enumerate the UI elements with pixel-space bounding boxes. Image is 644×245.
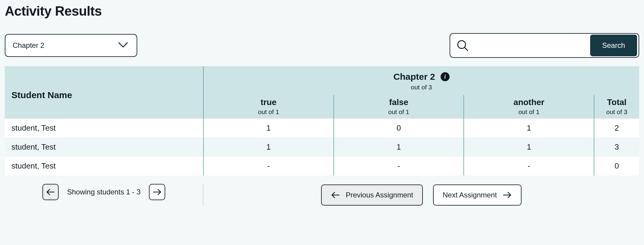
score-cell: 1 [464,119,594,138]
search-icon [456,39,469,52]
score-cell: - [334,157,464,175]
arrow-right-icon [502,191,512,199]
info-icon[interactable]: i [441,72,450,81]
results-table: Student Name Chapter 2 i out of 3 true o… [5,66,639,175]
score-cell: 1 [203,119,334,138]
results-table-card: Student Name Chapter 2 i out of 3 true o… [5,66,639,175]
search-input[interactable] [473,35,586,56]
score-cell: - [464,157,594,175]
next-assignment-label: Next Assignment [443,191,497,199]
svg-line-1 [465,48,468,51]
chapter-outof: out of 3 [204,84,639,95]
score-cell: 1 [464,138,594,157]
student-name-cell: student, Test [5,138,203,157]
footer-controls: Showing students 1 - 3 Previous Assignme… [5,175,639,206]
top-controls: Chapter 2 Search [5,33,639,58]
chapter-select[interactable]: Chapter 2 [5,34,137,57]
col-header-another: another out of 1 [464,95,594,119]
table-row: student, Test 1 0 1 2 [5,119,639,138]
student-pagination: Showing students 1 - 3 [5,184,203,206]
total-cell: 2 [594,119,639,138]
previous-assignment-button[interactable]: Previous Assignment [321,185,423,206]
prev-students-button[interactable] [42,184,59,200]
score-cell: 1 [203,138,334,157]
next-assignment-button[interactable]: Next Assignment [433,185,522,206]
student-name-cell: student, Test [5,157,203,175]
table-row: student, Test 1 1 1 3 [5,138,639,157]
pagination-text: Showing students 1 - 3 [67,188,141,196]
col-header-total: Total out of 3 [594,95,639,119]
chevron-down-icon [118,42,128,49]
score-cell: - [203,157,334,175]
next-students-button[interactable] [149,184,165,200]
score-cell: 1 [334,138,464,157]
previous-assignment-label: Previous Assignment [346,191,413,199]
table-row: student, Test - - - 0 [5,157,639,175]
col-header-student-name: Student Name [5,66,203,119]
score-cell: 0 [334,119,464,138]
arrow-left-icon [331,191,340,199]
total-cell: 0 [594,157,639,175]
col-header-chapter-group: Chapter 2 i out of 3 [203,66,639,95]
chapter-select-value: Chapter 2 [13,41,44,50]
col-header-false: false out of 1 [334,95,464,119]
page-title: Activity Results [5,4,639,19]
arrow-left-icon [46,188,55,196]
search-box: Search [450,33,639,58]
student-name-cell: student, Test [5,119,203,138]
total-cell: 3 [594,138,639,157]
col-header-true: true out of 1 [203,95,334,119]
search-button[interactable]: Search [590,35,637,56]
arrow-right-icon [152,188,162,196]
assignment-nav: Previous Assignment Next Assignment [203,185,639,206]
chapter-title: Chapter 2 [393,72,435,82]
